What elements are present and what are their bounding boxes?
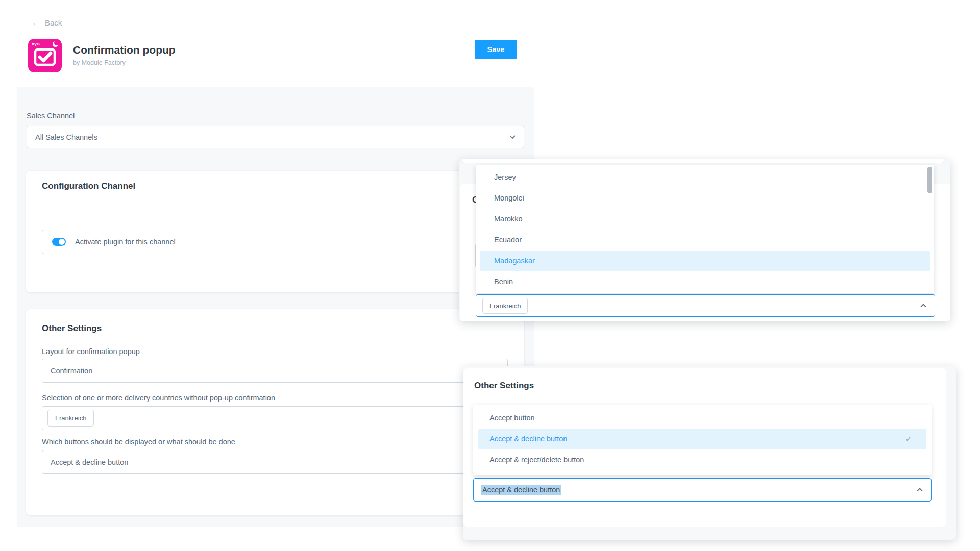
buttons-select[interactable]: Accept & decline button — [42, 450, 508, 474]
layout-value: Confirmation — [42, 367, 92, 375]
button-option-label: Accept & decline button — [489, 435, 567, 443]
other-settings-card: Other Settings Layout for confirmation p… — [26, 309, 524, 515]
country-option[interactable]: Mongolei — [476, 188, 934, 209]
country-dropdown-list: Jersey Mongolei Marokko Ecuador Madagask… — [476, 165, 934, 293]
page-title: Confirmation popup — [73, 44, 176, 56]
clipped-select-edge — [461, 159, 946, 163]
country-option[interactable]: Benin — [476, 271, 934, 292]
country-option[interactable]: Jersey — [476, 167, 934, 188]
activate-plugin-row: Activate plugin for this channel — [42, 230, 516, 254]
other-settings-title: Other Settings — [42, 323, 102, 334]
page-subtitle: by Module Factory — [73, 59, 126, 66]
save-button[interactable]: Save — [475, 40, 517, 59]
sales-channel-select[interactable]: All Sales Channels — [27, 126, 524, 148]
activate-plugin-toggle[interactable] — [52, 238, 66, 246]
checkmark-icon: ✓ — [905, 429, 912, 449]
sales-channel-label: Sales Channel — [27, 112, 75, 120]
buttons-dropdown-list: Accept button Accept & decline button ✓ … — [473, 405, 932, 475]
card-divider — [26, 203, 524, 203]
button-option[interactable]: Accept & reject/delete button — [473, 449, 932, 470]
layout-field-label: Layout for confirmation popup — [42, 347, 140, 356]
buttons-value: Accept & decline button — [42, 458, 128, 466]
configuration-card-title: Configuration Channel — [42, 181, 135, 191]
card-divider — [463, 403, 946, 403]
app-icon: byB — [28, 39, 62, 72]
country-option[interactable]: Ecuador — [476, 230, 934, 251]
country-dropdown-overlay: Configuration Channel Jersey Mongolei Ma… — [459, 159, 950, 321]
country-tag[interactable]: Frankreich — [47, 410, 94, 427]
toggle-knob — [59, 239, 65, 245]
scrollbar-thumb[interactable] — [927, 167, 932, 193]
activate-plugin-label: Activate plugin for this channel — [75, 238, 176, 246]
chevron-down-icon — [509, 135, 516, 139]
countries-field-label: Selection of one or more delivery countr… — [42, 394, 275, 402]
country-option[interactable]: Marokko — [476, 209, 934, 230]
sales-channel-value: All Sales Channels — [27, 133, 97, 141]
card-divider — [26, 341, 524, 341]
countries-multiselect[interactable]: Frankreich — [42, 406, 508, 430]
layout-select[interactable]: Confirmation — [42, 359, 508, 383]
button-option[interactable]: Accept button — [473, 408, 932, 429]
back-arrow-icon: ← — [32, 18, 40, 27]
country-option-highlighted[interactable]: Madagaskar — [480, 251, 930, 271]
chevron-up-icon — [920, 304, 926, 308]
buttons-dropdown-overlay: Other Settings Accept button Accept & de… — [463, 366, 956, 540]
back-link[interactable]: ←Back — [32, 18, 62, 28]
back-label: Back — [45, 18, 62, 27]
chevron-up-icon — [917, 488, 923, 492]
buttons-field-label: Which buttons should be displayed or wha… — [42, 438, 235, 446]
other-settings-popup-card: Other Settings Accept button Accept & de… — [463, 368, 946, 527]
popup-card-title: Other Settings — [474, 381, 534, 391]
buttons-select-focused[interactable]: Accept & decline button — [473, 478, 932, 502]
country-tag[interactable]: Frankreich — [482, 298, 528, 314]
countries-multiselect-focused[interactable]: Frankreich — [476, 294, 935, 317]
plugin-config-page: ←Back byB Confirmation popup by Module F… — [0, 0, 980, 551]
selected-text: Accept & decline button — [481, 485, 561, 495]
button-option-selected[interactable]: Accept & decline button ✓ — [478, 429, 926, 449]
checkbox-window-icon — [28, 39, 62, 72]
configuration-channel-card: Configuration Channel Activate plugin fo… — [26, 171, 524, 292]
